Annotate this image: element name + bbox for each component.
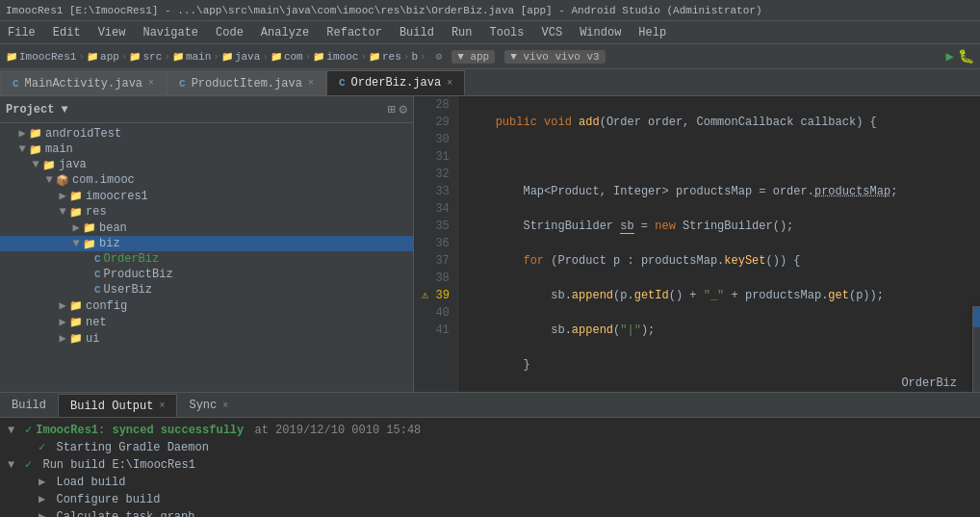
sidebar-icon-external[interactable]: ⊞ [387, 101, 395, 117]
build-arrow-small: ▶ [39, 491, 45, 508]
tree-item-main[interactable]: ▼ 📁 main [0, 142, 413, 157]
tree-toggle[interactable]: ▶ [15, 126, 29, 141]
menu-file[interactable]: File [4, 24, 39, 41]
tree-toggle[interactable]: ▼ [15, 142, 29, 156]
menu-window[interactable]: Window [576, 24, 625, 41]
bottom-tab-build-output[interactable]: Build Output × [58, 394, 177, 417]
menu-run[interactable]: Run [448, 24, 477, 41]
build-line-2: ✓ Starting Gradle Daemon [8, 439, 972, 456]
tree-label-net: net [86, 316, 107, 329]
code-area[interactable]: 28 29 30 31 32 33 34 35 36 37 38 ⚠ 39 40… [414, 96, 980, 392]
code-line-36 [468, 391, 970, 392]
breadcrumb-device[interactable]: ▼ vivo vivo v3 [504, 50, 605, 64]
tree-label-imoocres1: imoocres1 [86, 190, 148, 203]
bottom-panel: Build Build Output × Sync × ▼ ✓ ImoocRes… [0, 392, 980, 517]
tab-orderbiz[interactable]: C OrderBiz.java × [326, 70, 465, 95]
editor: 28 29 30 31 32 33 34 35 36 37 38 ⚠ 39 40… [414, 96, 980, 392]
tab-close-main[interactable]: × [148, 78, 154, 89]
class-icon: C [94, 253, 101, 265]
tree-toggle[interactable]: ▼ [69, 237, 83, 250]
bottom-tab-sync-close[interactable]: × [222, 401, 228, 411]
tree-item-config[interactable]: ▶ 📁 config [0, 297, 413, 314]
breadcrumb-app[interactable]: 📁 app [87, 51, 119, 63]
sidebar: Project ▼ ⊞ ⚙ ▶ 📁 androidTest ▼ 📁 main [0, 96, 414, 392]
menu-analyze[interactable]: Analyze [257, 24, 313, 41]
context-text: OrderBiz [901, 376, 957, 390]
menu-view[interactable]: View [94, 24, 130, 41]
breadcrumb-java[interactable]: 📁 java [221, 51, 260, 63]
sidebar-icon-gear[interactable]: ⚙ [400, 101, 407, 117]
tree-item-androidtest[interactable]: ▶ 📁 androidTest [0, 125, 413, 142]
tree-toggle[interactable]: ▶ [56, 315, 69, 329]
tree-toggle[interactable]: ▼ [56, 205, 69, 219]
folder-icon: 📁 [42, 159, 56, 171]
breadcrumb-imooc[interactable]: 📁 imooc [313, 51, 358, 63]
folder-icon: 📁 [69, 299, 83, 312]
menu-refactor[interactable]: Refactor [322, 24, 386, 41]
build-line-4: ▶ Load build [8, 474, 972, 491]
code-line-32: for (Product p : productsMap.keySet()) { [468, 252, 970, 270]
breadcrumb-com[interactable]: 📁 com [271, 51, 303, 63]
tree-label-bean: bean [99, 221, 127, 235]
menu-vcs[interactable]: VCS [538, 24, 567, 41]
bottom-tab-close[interactable]: × [159, 401, 165, 411]
tree-toggle[interactable]: ▶ [56, 331, 69, 346]
menu-help[interactable]: Help [634, 24, 670, 41]
breadcrumb-app-config[interactable]: ▼ app [451, 50, 495, 64]
ac-item-create-inner[interactable]: ⊘ Create inner class 'OkHttpUtils' [973, 360, 980, 392]
debug-button[interactable]: 🐛 [958, 48, 974, 65]
tree-label-androidtest: androidTest [45, 127, 121, 141]
breadcrumb-b[interactable]: b [411, 51, 418, 63]
tree-item-orderbiz[interactable]: C OrderBiz [0, 251, 413, 267]
tab-productitem[interactable]: C ProductItem.java × [167, 70, 326, 95]
title-text: ImoocRes1 [E:\ImoocRes1] - ...\app\src\m… [6, 5, 762, 16]
tree-item-com-imooc[interactable]: ▼ 📦 com.imooc [0, 172, 413, 188]
tree-item-net[interactable]: ▶ 📁 net [0, 314, 413, 330]
tab-bar: C MainActivity.java × C ProductItem.java… [0, 69, 980, 96]
breadcrumb-res[interactable]: 📁 res [369, 51, 401, 63]
folder-icon: 📁 [69, 190, 83, 202]
menu-tools[interactable]: Tools [486, 24, 529, 41]
breadcrumb-project[interactable]: 📁 ImoocRes1 [6, 51, 76, 63]
ac-item-create-field[interactable]: ⊘ Create field 'OkHttpUtils' in 'OrderBi… [973, 327, 980, 360]
code-line-29 [468, 148, 970, 166]
menu-code[interactable]: Code [212, 24, 247, 41]
tree-item-bean[interactable]: ▶ 📁 bean [0, 220, 413, 236]
tree-item-java[interactable]: ▼ 📁 java [0, 157, 413, 172]
folder-icon: 📁 [29, 127, 42, 140]
code-content[interactable]: public void add(Order order, CommonCallb… [458, 96, 980, 392]
tree-toggle[interactable]: ▶ [69, 220, 83, 235]
sidebar-toolbar: ⊞ ⚙ [387, 101, 407, 117]
tree-item-biz[interactable]: ▼ 📁 biz [0, 236, 413, 251]
tree-toggle[interactable]: ▼ [42, 173, 56, 187]
tab-mainactivity[interactable]: C MainActivity.java × [0, 70, 167, 95]
tree-item-userbiz[interactable]: C UserBiz [0, 282, 413, 297]
tree-toggle[interactable]: ▶ [56, 298, 69, 313]
bottom-tab-sync[interactable]: Sync × [177, 394, 240, 417]
project-tree: ▶ 📁 androidTest ▼ 📁 main ▼ 📁 java [0, 123, 413, 392]
tab-close-product[interactable]: × [308, 78, 314, 89]
folder-icon: 📁 [69, 332, 83, 345]
tree-item-imoocres1[interactable]: ▶ 📁 imoocres1 [0, 188, 413, 204]
breadcrumb-src[interactable]: 📁 src [129, 51, 162, 63]
tree-label-main: main [45, 142, 73, 156]
tree-item-productbiz[interactable]: C ProductBiz [0, 267, 413, 282]
menu-edit[interactable]: Edit [49, 24, 85, 41]
tree-toggle[interactable]: ▶ [56, 189, 69, 203]
code-line-33: sb.append(p.getId() + "_" + productsMap.… [468, 287, 970, 304]
run-button[interactable]: ▶ [946, 48, 954, 65]
breadcrumb-main[interactable]: 📁 main [172, 51, 211, 63]
menu-navigate[interactable]: Navigate [139, 24, 202, 41]
bottom-tab-build[interactable]: Build [0, 394, 58, 417]
ac-item-create-class[interactable]: ⊘ Create class 'OkHttpUtils' [973, 307, 980, 327]
tree-toggle[interactable]: ▼ [29, 158, 42, 171]
tree-item-res[interactable]: ▼ 📁 res [0, 204, 413, 220]
build-arrow-icon2: ▼ [8, 456, 21, 474]
line-numbers: 28 29 30 31 32 33 34 35 36 37 38 ⚠ 39 40… [414, 96, 458, 392]
tab-close-order[interactable]: × [447, 78, 452, 89]
menu-build[interactable]: Build [396, 24, 438, 41]
tree-label-biz: biz [99, 237, 120, 250]
code-line-31: StringBuilder sb = new StringBuilder(); [468, 218, 970, 235]
breadcrumb: 📁 ImoocRes1 › 📁 app › 📁 src › 📁 main › 📁… [0, 44, 980, 69]
tree-item-ui[interactable]: ▶ 📁 ui [0, 330, 413, 347]
